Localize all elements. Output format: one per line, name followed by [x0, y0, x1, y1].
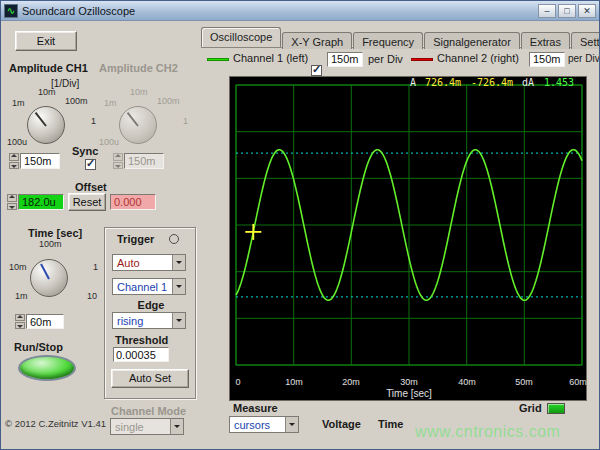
trigger-group: Trigger Auto Channel 1 Edge rising Thres…: [104, 227, 196, 399]
window-title: Soundcard Ozilloscope: [22, 5, 135, 17]
offset-reset-button[interactable]: Reset: [68, 193, 106, 211]
offset-ch1-value[interactable]: 182.0u: [18, 194, 64, 210]
grid-brightness-slider[interactable]: [547, 403, 565, 414]
maximize-button[interactable]: □: [558, 4, 576, 18]
x-tick: 30m: [400, 377, 418, 387]
time-label: Time: [378, 418, 403, 430]
x-tick: 50m: [515, 377, 533, 387]
amplitude-ch2-spinner: [113, 153, 123, 169]
trigger-mode-value: Auto: [113, 255, 172, 270]
channel1-per-div-label: per Div: [368, 53, 403, 65]
scope-display[interactable]: A 726.4m -726.4m dA 1.453 0 10m 20m 30m …: [229, 76, 587, 401]
measure-mode-dropdown[interactable]: cursors: [229, 416, 299, 433]
measure-da-value: 1.453: [544, 77, 574, 88]
knob-pointer: [127, 112, 139, 127]
app-window: ∿ Soundcard Ozilloscope – □ ✕ Exit Ampli…: [0, 0, 600, 450]
close-button[interactable]: ✕: [578, 4, 596, 18]
knob-scale-label: 10m: [130, 87, 148, 97]
tab-xy-graph[interactable]: X-Y Graph: [282, 32, 352, 49]
time-title: Time [sec]: [28, 227, 82, 239]
x-tick: 0: [235, 377, 240, 387]
knob-pointer: [35, 112, 47, 127]
chevron-down-icon[interactable]: [172, 313, 185, 328]
x-axis-label: Time [sec]: [230, 388, 588, 399]
channel2-per-div-label: per Div: [568, 53, 600, 64]
time-value-spinner[interactable]: [15, 314, 25, 329]
offset-ch2-value: 0.000: [110, 194, 156, 210]
chevron-down-icon[interactable]: [172, 255, 185, 270]
auto-set-button[interactable]: Auto Set: [111, 369, 189, 388]
tab-frequency[interactable]: Frequency: [353, 32, 423, 49]
threshold-input[interactable]: [113, 347, 169, 362]
knob-scale-label: 1m: [15, 291, 28, 301]
sync-checkbox[interactable]: [85, 159, 96, 170]
main-content: Exit Amplitude CH1 Amplitude CH2 [1/Div]…: [1, 21, 600, 450]
measure-a-lower: -726.4m: [471, 77, 513, 88]
channel-mode-value: single: [111, 419, 170, 434]
amplitude-ch1-knob[interactable]: [27, 106, 65, 144]
x-tick: 10m: [285, 377, 303, 387]
edge-label: Edge: [105, 299, 197, 311]
time-value[interactable]: 60m: [26, 314, 64, 329]
measure-da-label: dA: [522, 77, 534, 88]
channel1-scale-value[interactable]: 150m: [327, 52, 363, 67]
channel1-enable-checkbox[interactable]: [311, 65, 322, 76]
knob-scale-label: 1m: [104, 98, 117, 108]
tab-extras[interactable]: Extras: [521, 32, 570, 49]
trigger-edge-value: rising: [113, 313, 172, 328]
trigger-led-indicator: [169, 234, 179, 244]
knob-scale-label: 100u: [99, 137, 119, 147]
amplitude-ch2-knob: [119, 106, 157, 144]
amplitude-ch2-value: 150m: [124, 153, 164, 169]
knob-scale-label: 1: [91, 116, 96, 126]
channel1-color-swatch: [207, 58, 229, 61]
channel1-label: Channel 1 (left): [233, 52, 308, 64]
scope-trace-canvas[interactable]: [230, 77, 588, 367]
channel-mode-dropdown: single: [110, 418, 184, 435]
x-tick: 40m: [458, 377, 476, 387]
time-knob-area: 1m 10m 100m 1 10: [9, 239, 101, 311]
voltage-label: Voltage: [322, 418, 361, 430]
x-axis-ticks: 0 10m 20m 30m 40m 50m 60m: [230, 377, 588, 388]
channel2-color-swatch: [411, 58, 433, 61]
channel2-scale-value[interactable]: 150m: [529, 52, 565, 67]
chevron-down-icon: [170, 419, 183, 434]
knob-scale-label: 100m: [39, 239, 62, 249]
trigger-source-dropdown[interactable]: Channel 1: [112, 278, 186, 295]
threshold-label: Threshold: [115, 334, 168, 346]
knob-scale-label: 1: [93, 262, 98, 272]
chevron-down-icon[interactable]: [285, 417, 298, 432]
time-knob[interactable]: [30, 259, 68, 297]
amplitude-ch2-title: Amplitude CH2: [99, 62, 178, 74]
titlebar[interactable]: ∿ Soundcard Ozilloscope – □ ✕: [1, 1, 599, 21]
amplitude-ch1-spinner[interactable]: [9, 153, 19, 169]
tab-oscilloscope[interactable]: Oscilloscope: [201, 27, 281, 47]
run-stop-button[interactable]: [18, 355, 76, 381]
trigger-mode-dropdown[interactable]: Auto: [112, 254, 186, 271]
channel2-label: Channel 2 (right): [437, 52, 519, 64]
tab-signalgenerator[interactable]: Signalgenerator: [424, 32, 520, 49]
trigger-source-value: Channel 1: [113, 279, 172, 294]
chevron-down-icon[interactable]: [172, 279, 185, 294]
offset-label: Offset: [75, 181, 107, 193]
exit-button[interactable]: Exit: [15, 31, 77, 51]
knob-scale-label: 100m: [65, 96, 88, 106]
amplitude-ch2-knob-area: 100u 1m 10m 100m 1: [99, 87, 191, 153]
measure-mode-value: cursors: [230, 417, 285, 432]
watermark-text: www.cntronics.com: [415, 423, 560, 441]
knob-scale-label: 10m: [38, 87, 56, 97]
tab-strip: OscilloscopeX-Y GraphFrequencySignalgene…: [201, 27, 600, 47]
measure-label: Measure: [233, 402, 278, 414]
minimize-button[interactable]: –: [538, 4, 556, 18]
offset-ch1-spinner[interactable]: [7, 194, 17, 210]
knob-scale-label: 10: [87, 291, 97, 301]
app-icon: ∿: [4, 4, 18, 18]
x-tick: 20m: [342, 377, 360, 387]
grid-label: Grid: [519, 402, 542, 414]
amplitude-ch1-value[interactable]: 150m: [20, 153, 60, 169]
channel-mode-label: Channel Mode: [111, 405, 186, 417]
knob-scale-label: 100u: [7, 137, 27, 147]
tab-settings[interactable]: Settings: [571, 32, 600, 49]
trigger-edge-dropdown[interactable]: rising: [112, 312, 186, 329]
amplitude-ch1-title: Amplitude CH1: [9, 62, 88, 74]
